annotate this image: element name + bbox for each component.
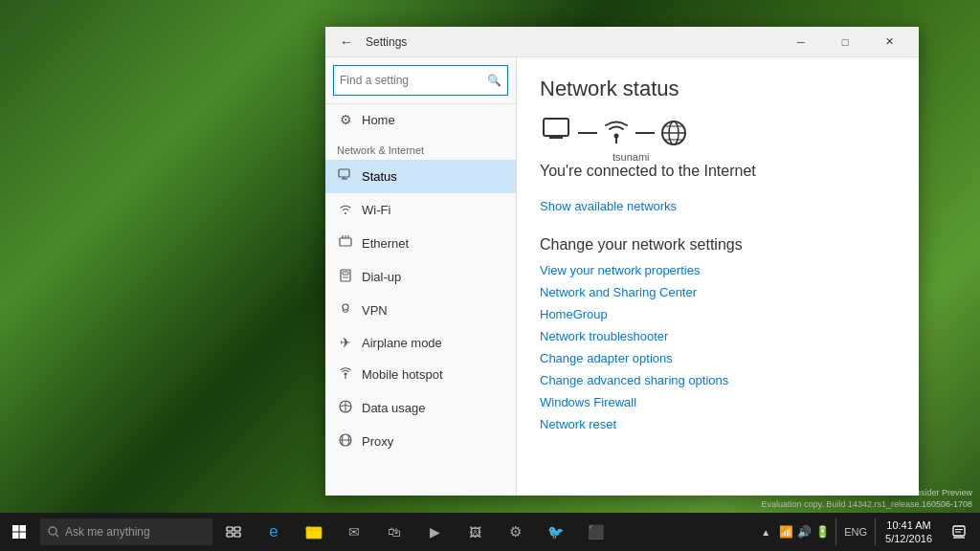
file-explorer-icon[interactable] — [295, 513, 333, 551]
svg-rect-36 — [234, 527, 240, 531]
airplane-icon: ✈ — [337, 335, 354, 350]
status-icon — [337, 167, 354, 186]
svg-rect-38 — [234, 533, 240, 537]
dialup-label: Dial-up — [362, 270, 401, 284]
sidebar-item-airplane[interactable]: ✈ Airplane mode — [325, 327, 516, 358]
clock-date: 5/12/2016 — [885, 532, 932, 545]
svg-point-11 — [346, 276, 348, 278]
ethernet-icon — [337, 234, 354, 253]
svg-point-10 — [345, 276, 346, 278]
app-icon-extra[interactable]: ⬛ — [576, 513, 614, 551]
show-hidden-icons[interactable]: ▲ — [758, 513, 773, 551]
homegroup-link[interactable]: HomeGroup — [540, 307, 896, 321]
data-label: Data usage — [362, 401, 426, 415]
globe-icon — [655, 117, 693, 149]
vpn-icon — [337, 301, 354, 320]
home-label: Home — [362, 113, 395, 127]
clock-time: 10:41 AM — [886, 518, 930, 532]
status-label: Status — [362, 169, 397, 184]
minimize-button[interactable]: ─ — [779, 27, 823, 57]
wifi-icon — [337, 201, 354, 219]
data-icon — [337, 399, 354, 417]
sidebar-item-dialup[interactable]: Dial-up — [325, 260, 516, 294]
task-view-icon — [226, 524, 241, 540]
network-sharing-center-link[interactable]: Network and Sharing Center — [540, 285, 896, 299]
sidebar-item-data[interactable]: Data usage — [325, 391, 516, 425]
svg-rect-35 — [227, 527, 233, 531]
change-advanced-sharing-link[interactable]: Change advanced sharing options — [540, 373, 896, 387]
clock[interactable]: 10:41 AM 5/12/2016 — [878, 518, 940, 546]
windows-icon — [11, 524, 27, 540]
settings-icon[interactable]: ⚙ — [496, 513, 534, 551]
dialup-icon — [337, 268, 354, 286]
sidebar-item-home[interactable]: ⚙ Home — [325, 104, 516, 135]
svg-point-22 — [614, 134, 619, 139]
media-icon[interactable]: ▶ — [415, 513, 454, 551]
clock-divider — [875, 518, 876, 545]
taskbar-left: Ask me anything e ✉ — [0, 513, 758, 551]
computer-icon — [540, 117, 578, 149]
network-diagram: tsunami — [540, 117, 896, 163]
svg-rect-37 — [227, 533, 233, 537]
view-network-properties-link[interactable]: View your network properties — [540, 263, 896, 277]
svg-rect-0 — [339, 169, 349, 177]
svg-point-13 — [345, 373, 347, 376]
network-name: tsunami — [612, 151, 650, 163]
airplane-label: Airplane mode — [362, 336, 442, 350]
nav-section-label: Network & Internet — [325, 135, 516, 160]
svg-rect-41 — [953, 526, 965, 536]
search-box[interactable]: 🔍 — [333, 65, 508, 96]
svg-point-9 — [343, 276, 345, 278]
network-troubleshooter-link[interactable]: Network troubleshooter — [540, 329, 896, 343]
sidebar-item-wifi[interactable]: Wi-Fi — [325, 193, 516, 227]
windows-firewall-link[interactable]: Windows Firewall — [540, 395, 896, 409]
hotspot-label: Mobile hotspot — [362, 367, 443, 382]
network-tray-icon[interactable]: 📶 — [779, 525, 793, 539]
taskbar: Ask me anything e ✉ — [0, 513, 980, 551]
action-center-icon — [951, 524, 967, 540]
sidebar: 🔍 ⚙ Home Network & Internet Status — [325, 57, 517, 496]
store-icon[interactable]: 🛍 — [375, 513, 413, 551]
sidebar-item-status[interactable]: Status — [325, 160, 516, 193]
taskbar-right: ▲ 📶 🔊 🔋 ENG 10:41 AM 5/12/2016 — [758, 513, 980, 551]
svg-rect-30 — [20, 525, 27, 532]
action-center-button[interactable] — [942, 513, 976, 551]
hotspot-icon — [337, 365, 354, 384]
mail-icon[interactable]: ✉ — [335, 513, 373, 551]
show-networks-link[interactable]: Show available networks — [540, 199, 896, 213]
connection-status-text: You're connected to the Internet — [540, 163, 896, 180]
proxy-icon — [337, 432, 354, 451]
language-indicator[interactable]: ENG — [838, 526, 873, 538]
cortana-icon — [48, 526, 59, 538]
window-controls: ─ □ ✕ — [779, 27, 911, 57]
start-button[interactable] — [0, 513, 38, 551]
photos-icon[interactable]: 🖼 — [456, 513, 494, 551]
diagram-row — [540, 117, 693, 149]
sidebar-item-proxy[interactable]: Proxy — [325, 425, 516, 458]
cortana-search[interactable]: Ask me anything — [40, 518, 212, 545]
close-button[interactable]: ✕ — [867, 27, 911, 57]
volume-tray-icon[interactable]: 🔊 — [797, 525, 812, 539]
main-panel: Network status — [517, 57, 919, 496]
home-icon: ⚙ — [337, 112, 354, 127]
back-button[interactable]: ← — [333, 29, 360, 55]
battery-tray-icon[interactable]: 🔋 — [815, 525, 830, 539]
edge-icon[interactable]: e — [255, 513, 293, 551]
change-settings-title: Change your network settings — [540, 236, 896, 253]
system-tray: 📶 🔊 🔋 — [775, 525, 834, 539]
twitter-icon[interactable]: 🐦 — [536, 513, 574, 551]
tray-divider — [835, 518, 836, 545]
sidebar-item-vpn[interactable]: VPN — [325, 294, 516, 327]
sidebar-item-hotspot[interactable]: Mobile hotspot — [325, 358, 516, 391]
svg-point-33 — [49, 527, 56, 535]
wifi-diag-icon — [597, 117, 635, 149]
change-adapter-options-link[interactable]: Change adapter options — [540, 351, 896, 365]
sidebar-item-ethernet[interactable]: Ethernet — [325, 227, 516, 260]
search-input[interactable] — [340, 74, 487, 87]
ethernet-label: Ethernet — [362, 236, 409, 251]
network-reset-link[interactable]: Network reset — [540, 417, 896, 431]
task-view-button[interactable] — [214, 513, 253, 551]
svg-rect-29 — [12, 525, 19, 532]
titlebar: ← Settings ─ □ ✕ — [325, 27, 919, 57]
maximize-button[interactable]: □ — [823, 27, 867, 57]
